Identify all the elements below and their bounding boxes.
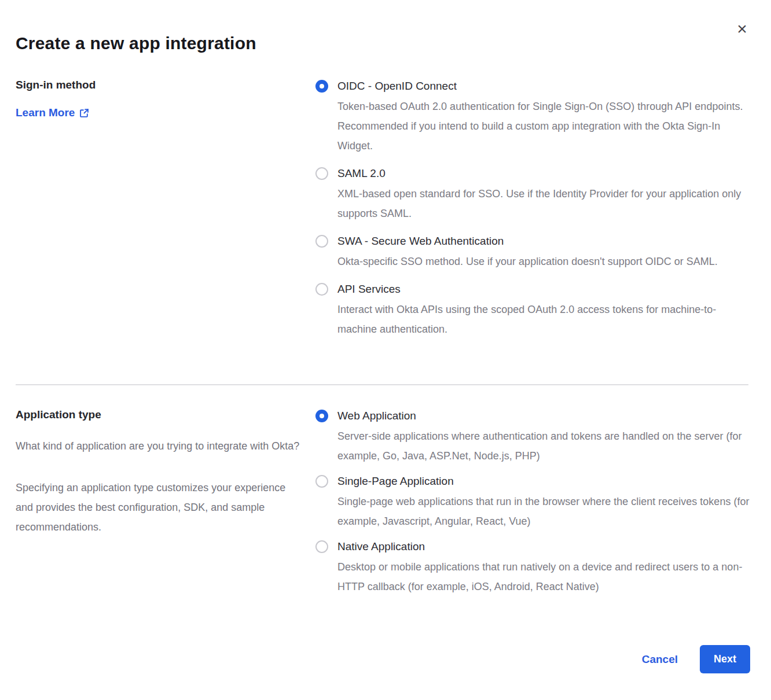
radio-option-single-page-application[interactable]: Single-Page Application Single-page web … bbox=[315, 474, 750, 531]
option-label: SWA - Secure Web Authentication bbox=[337, 234, 718, 249]
radio-selected-icon[interactable] bbox=[315, 80, 328, 93]
application-type-question: What kind of application are you trying … bbox=[16, 436, 305, 456]
application-type-section: Application type What kind of applicatio… bbox=[16, 408, 750, 605]
option-label: SAML 2.0 bbox=[337, 166, 750, 181]
radio-unselected-icon[interactable] bbox=[315, 283, 328, 296]
option-description: XML-based open standard for SSO. Use if … bbox=[337, 184, 750, 223]
option-label: API Services bbox=[337, 282, 750, 297]
radio-option-api-services[interactable]: API Services Interact with Okta APIs usi… bbox=[315, 282, 750, 339]
radio-unselected-icon[interactable] bbox=[315, 475, 328, 488]
signin-method-section: Sign-in method Learn More OIDC - OpenID … bbox=[16, 79, 750, 349]
section-divider bbox=[16, 384, 748, 385]
radio-selected-icon[interactable] bbox=[315, 410, 328, 422]
radio-option-native-application[interactable]: Native Application Desktop or mobile app… bbox=[315, 539, 750, 596]
option-label: Single-Page Application bbox=[337, 474, 750, 489]
signin-method-options: OIDC - OpenID Connect Token-based OAuth … bbox=[315, 79, 750, 349]
radio-unselected-icon[interactable] bbox=[315, 235, 328, 248]
application-type-help-text: Specifying an application type customize… bbox=[16, 478, 305, 537]
signin-method-label: Sign-in method bbox=[16, 79, 315, 91]
option-description: Okta-specific SSO method. Use if your ap… bbox=[337, 252, 718, 271]
radio-option-swa[interactable]: SWA - Secure Web Authentication Okta-spe… bbox=[315, 234, 750, 271]
external-link-icon bbox=[79, 108, 89, 118]
radio-unselected-icon[interactable] bbox=[315, 167, 328, 180]
next-button[interactable]: Next bbox=[700, 645, 750, 673]
create-app-integration-modal: × Create a new app integration Sign-in m… bbox=[0, 0, 771, 700]
application-type-options: Web Application Server-side applications… bbox=[315, 408, 750, 605]
learn-more-label: Learn More bbox=[16, 106, 75, 119]
close-icon[interactable]: × bbox=[733, 20, 751, 38]
option-description: Token-based OAuth 2.0 authentication for… bbox=[337, 97, 750, 156]
radio-option-oidc[interactable]: OIDC - OpenID Connect Token-based OAuth … bbox=[315, 79, 750, 156]
application-type-left: Application type What kind of applicatio… bbox=[16, 408, 315, 605]
modal-title: Create a new app integration bbox=[16, 34, 750, 53]
option-description: Server-side applications where authentic… bbox=[337, 426, 750, 466]
option-description: Desktop or mobile applications that run … bbox=[337, 557, 750, 596]
learn-more-link[interactable]: Learn More bbox=[16, 106, 89, 119]
option-label: Web Application bbox=[337, 408, 750, 423]
option-description: Single-page web applications that run in… bbox=[337, 492, 750, 531]
modal-footer: Cancel Next bbox=[16, 645, 750, 673]
application-type-label: Application type bbox=[16, 408, 315, 421]
radio-option-web-application[interactable]: Web Application Server-side applications… bbox=[315, 408, 750, 466]
radio-unselected-icon[interactable] bbox=[315, 540, 328, 553]
radio-option-saml[interactable]: SAML 2.0 XML-based open standard for SSO… bbox=[315, 166, 750, 223]
option-description: Interact with Okta APIs using the scoped… bbox=[337, 300, 750, 339]
signin-method-left: Sign-in method Learn More bbox=[16, 79, 315, 349]
option-label: OIDC - OpenID Connect bbox=[337, 79, 750, 94]
cancel-button[interactable]: Cancel bbox=[642, 653, 678, 666]
option-label: Native Application bbox=[337, 539, 750, 554]
